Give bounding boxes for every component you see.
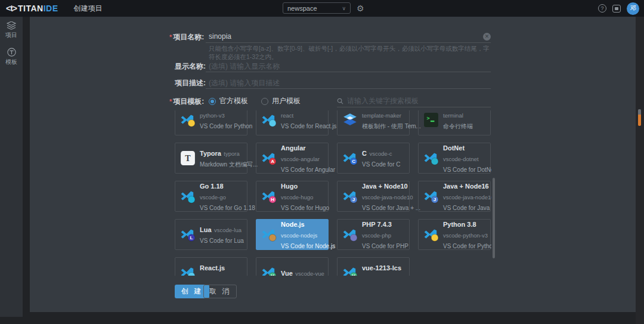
template-card-icon: J [342,189,358,204]
avatar[interactable]: 邓 [627,2,639,15]
cancel-button[interactable]: 取 消 [203,285,237,298]
chevron-down-icon: ∨ [342,5,346,11]
template-card-icon [180,112,196,128]
template-card-desc: VS Code for Hugo [281,205,329,211]
template-card[interactable]: DotNet vscode-dotnet VS Code for DotNet [418,143,491,174]
template-card[interactable]: J Java + Node10 vscode-java-node10 VS Co… [337,181,410,212]
template-card[interactable]: Node.js vscode-nodejs VS Code for Node.j… [256,219,329,250]
template-card-title: Typora [200,150,221,157]
template-card-name: template-maker [362,112,401,119]
project-name-label: *项目名称: [169,32,204,42]
template-card[interactable]: V vue-1213-lcs vue-1213-lcs [337,257,410,276]
project-name-helper-text: 只能包含小写字母[a-z]、数字[0-9]、破折号[-]，必须以小写字母开头，必… [209,45,494,61]
template-card-name: vscode-php [362,232,391,239]
template-card-desc: VS Code for Lua [200,237,244,244]
template-card-desc: VS Code for PHP [362,243,408,249]
workspace-select[interactable]: newspace ∨ [283,2,351,14]
template-card-name: vscode-angular [281,156,320,162]
template-card-icon [342,112,358,128]
template-card-desc: 命令行终端 [443,123,473,129]
layers-icon [7,21,16,30]
project-name-underline [206,31,491,43]
clear-input-icon[interactable]: ✕ [483,33,491,41]
template-card[interactable]: react VS Code for React.js [256,110,329,135]
template-card-icon: V [261,265,277,276]
template-card-title: Angular [281,144,306,152]
template-card[interactable]: A Angular vscode-angular VS Code for Ang… [256,143,329,174]
template-card-desc: VS Code for Java + ... [362,205,420,211]
template-card-name: vscode-lua [214,227,242,233]
template-card-title: Go 1.18 [200,183,224,190]
template-card-desc: VS Code for C [362,161,400,168]
sidebar-item-projects[interactable]: 项目 [0,17,23,43]
template-card[interactable]: template-maker 模板制作 - 使用 Tem... [337,110,410,135]
template-card[interactable]: PHP 7.4.3 vscode-php VS Code for PHP [337,219,410,250]
template-card-desc: VS Code for Python [200,123,252,129]
console-icon[interactable] [612,5,621,13]
template-card-name: vscode-hugo [281,194,313,200]
template-card-name: vscode-java-node10 [362,194,413,200]
template-card-icon: > [423,112,439,128]
template-card-icon: C [342,150,358,166]
svg-text:J: J [352,197,355,202]
template-card[interactable]: python-v3 VS Code for Python [175,110,247,135]
page-scrollbar-thumb-cap [638,109,641,115]
template-card-title: Java + Node16 [443,183,489,190]
template-card-icon: L [180,227,196,242]
app-logo: <t> TITAN IDE [6,4,58,13]
template-card[interactable]: C C vscode-c VS Code for C [337,143,410,174]
template-card-name: vscode-vue [295,270,324,276]
template-card-icon: A [261,150,277,166]
left-sidebar: 项目 模板 [0,17,23,317]
display-name-label: 显示名称: [175,61,206,72]
template-grid-scrollbar[interactable] [493,178,495,258]
template-card-name: python-v3 [200,112,225,119]
help-icon[interactable]: ? [598,4,606,13]
template-card-title: Vue [281,270,293,276]
radio-user-templates[interactable]: 用户模板 [261,96,301,106]
sidebar-item-templates[interactable]: 模板 [0,43,23,70]
template-search-input[interactable]: 请输入关键字搜索模板 [337,95,491,107]
create-project-panel: *项目名称: sinopia ✕ 只能包含小写字母[a-z]、数字[0-9]、破… [30,17,636,312]
template-card[interactable]: > terminal 命令行终端 [418,110,491,135]
svg-text:>: > [426,115,429,121]
template-card-icon [261,227,277,242]
template-card-title: DotNet [443,144,465,152]
required-mark: * [169,98,172,105]
template-card-desc: VS Code for Python [443,243,491,249]
template-card-name: vscode-dotnet [443,156,479,162]
template-card-icon: H [261,189,277,204]
template-card-icon [180,189,196,204]
description-underline [206,77,491,89]
template-card[interactable]: L Lua vscode-lua VS Code for Lua [175,219,247,250]
template-card[interactable]: V Vue vscode-vue [256,257,329,276]
logo-bracket-icon: <t> [6,4,17,13]
template-card[interactable]: Python 3.8 vscode-python-v3 VS Code for … [418,219,491,250]
template-card-title: Lua [200,226,212,233]
svg-text:V: V [352,273,355,276]
workspace-select-value: newspace [287,5,342,12]
template-card-name: vscode-c [369,150,392,157]
svg-text:C: C [352,159,355,164]
template-type-radio-group: 官方模板 用户模板 [209,96,301,106]
required-mark: * [169,33,172,41]
template-card-title: PHP 7.4.3 [362,221,392,228]
template-card[interactable]: React.js vscode-react [175,257,247,276]
display-name-underline [206,60,491,72]
template-card-name: vscode-java-node16 [443,194,491,200]
template-card[interactable]: H Hugo vscode-hugo VS Code for Hugo [256,181,329,212]
template-card[interactable]: Go 1.18 vscode-go VS Code for Go 1.18 [175,181,247,212]
radio-official-templates[interactable]: 官方模板 [209,96,248,106]
template-card[interactable]: T Typora typora Markdown 文档编写... [175,143,247,174]
template-card-desc: VS Code for Angular [281,166,335,173]
template-card-icon [423,227,439,242]
template-card-desc: VS Code for DotNet [443,166,491,173]
template-card[interactable]: J Java + Node16 vscode-java-node16 VS Co… [418,181,491,212]
template-card-title: Hugo [281,183,298,190]
template-card-name: vscode-python-v3 [443,232,488,239]
workspace-settings-gear-icon[interactable]: ⚙ [357,3,364,14]
page-scrollbar-thumb[interactable] [638,115,641,126]
page-scrollbar-track [636,17,644,324]
template-card-desc: VS Code for Go 1.18 [200,205,255,211]
template-card-name: vscode-go [200,194,226,200]
